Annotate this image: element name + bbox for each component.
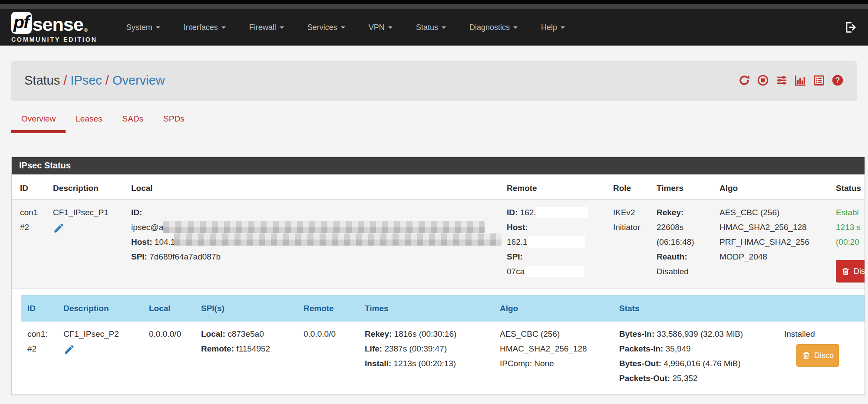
col-header-local: Local [145,295,197,322]
nav-item-status[interactable]: Status [404,17,458,38]
spi-local-value: c873e5a0 [228,329,264,338]
pfsense-logo[interactable]: pfsense® COMMUNITY EDITION [11,12,97,43]
sign-out-icon[interactable] [844,21,857,34]
bar-chart-icon[interactable] [794,74,806,86]
remote-host-value: 162.1 [507,237,528,246]
tab-overview[interactable]: Overview [11,99,66,133]
nav-item-label: Diagnostics [469,23,510,32]
stop-icon[interactable] [757,74,769,86]
nav-item-system[interactable]: System [115,17,172,38]
nav-item-services[interactable]: Services [296,17,357,38]
ike-sa-table: ID Description Local Remote Role Timers … [12,174,865,289]
child-description-cell: CF1_IPsec_P2 [59,322,145,391]
ipsec-status-panel: IPsec Status ID Description Local Remote… [11,157,865,395]
col-header-times: Times [360,295,495,322]
refresh-icon[interactable] [738,74,750,86]
sliders-icon[interactable] [776,74,788,86]
edit-pencil-icon[interactable] [63,344,75,355]
bytes-out-value: 4,996,016 (4.76 MiB) [663,359,740,368]
col-header-local: Local [127,174,502,200]
nav-item-label: System [126,23,152,32]
breadcrumb-bar: Status/IPsec/Overview [11,61,857,99]
reauth-value: Disabled [657,264,711,279]
life-value: 2387s (00:39:47) [384,344,447,353]
col-header-status: Status [832,174,865,200]
child-description: CF1_IPsec_P2 [63,327,140,342]
col-header-algo: Algo [495,295,615,322]
col-header-stats: Stats [615,295,780,322]
edit-pencil-icon[interactable] [53,222,65,234]
ike-role-cell: IKEv2 Initiator [609,200,652,289]
svg-text:?: ? [835,76,840,85]
local-id-value: ipsec@a [131,223,163,232]
ike-description-cell: CF1_IPsec_P1 [49,200,127,289]
rekey-value: 22608s [657,220,711,235]
ike-id-cell: con1 #2 [12,200,49,289]
bytes-in-value: 33,586,939 (32.03 MiB) [657,329,743,338]
tab-sads[interactable]: SADs [112,99,153,133]
ike-id-number: #2 [20,220,44,235]
bytes-out-label: Bytes-Out: [619,359,661,368]
install-value: 1213s (00:20:13) [394,359,456,368]
col-header-remote: Remote [502,174,609,200]
tab-spds[interactable]: SPDs [153,99,195,133]
chevron-down-icon [561,26,565,29]
remote-id-value: 162. [520,208,536,217]
pfsense-logo-row: pfsense® [11,12,97,34]
packets-in-label: Packets-In: [619,344,663,353]
disconnect-button[interactable]: Dis [836,260,865,282]
install-label: Install: [365,359,391,368]
local-host-label: Host: [131,237,152,246]
disconnect-child-button[interactable]: Disco [796,344,839,367]
col-header-id: ID [21,295,59,322]
algo-ipcomp: IPComp: None [500,356,611,371]
log-list-icon[interactable] [813,74,825,86]
remote-host-label: Host: [507,223,528,232]
nav-item-vpn[interactable]: VPN [357,17,404,38]
spi-remote-value: f1154952 [236,344,270,353]
child-local-cell: 0.0.0.0/0 [145,322,197,391]
breadcrumb-section: Status [24,73,60,87]
spi-remote-label: Remote: [201,344,234,353]
col-header-description: Description [59,295,145,322]
breadcrumb-separator: / [60,73,70,87]
child-state-cell: Installed Disco [780,322,865,391]
child-id-name: con1: [27,327,55,342]
top-gray-strip [0,4,868,9]
packets-in-value: 35,949 [666,344,691,353]
role-version: IKEv2 [613,205,648,220]
pfsense-logo-sense: sense [33,15,83,34]
chevron-down-icon [442,26,446,29]
child-algo-cell: AES_CBC (256) HMAC_SHA2_256_128 IPComp: … [495,322,615,391]
chevron-down-icon [388,26,393,29]
nav-menu: System Interfaces Firewall Services VPN … [115,17,577,38]
community-edition-label: COMMUNITY EDITION [11,36,97,43]
child-sa-row: con1: #2 CF1_IPsec_P2 0.0.0.0/0 Local: c… [21,322,865,391]
disconnect-button-label: Dis [854,264,865,279]
nav-item-label: Help [541,23,557,32]
tab-leases[interactable]: Leases [66,99,112,133]
page-action-icons: ? [738,74,844,86]
breadcrumb-link-ipsec[interactable]: IPsec [70,73,102,87]
nav-item-label: Interfaces [184,23,218,32]
chevron-down-icon [513,26,518,29]
top-black-strip [0,0,868,4]
nav-item-interfaces[interactable]: Interfaces [172,17,238,38]
nav-item-firewall[interactable]: Firewall [238,17,296,38]
child-local-network: 0.0.0.0/0 [149,327,192,342]
ike-algo-cell: AES_CBC (256) HMAC_SHA2_256_128 PRF_HMAC… [715,200,832,289]
ike-local-cell: ID: ipsec@a Host: 104.189.226.195:500 SP… [127,200,502,289]
rekey-label: Rekey: [365,329,392,338]
help-icon[interactable]: ? [832,74,844,86]
packets-out-value: 25,352 [672,374,697,383]
ike-id-name: con1 [20,205,44,220]
nav-item-help[interactable]: Help [529,17,577,38]
remote-spi-label: SPI: [507,252,523,261]
child-remote-network: 0.0.0.0/0 [304,327,356,342]
breadcrumb-link-overview[interactable]: Overview [112,73,165,87]
nav-item-diagnostics[interactable]: Diagnostics [458,17,529,38]
navbar: pfsense® COMMUNITY EDITION System Interf… [0,9,868,46]
algo-integrity: HMAC_SHA2_256_128 [500,342,611,356]
chevron-down-icon [221,26,226,29]
trash-icon [841,267,850,276]
